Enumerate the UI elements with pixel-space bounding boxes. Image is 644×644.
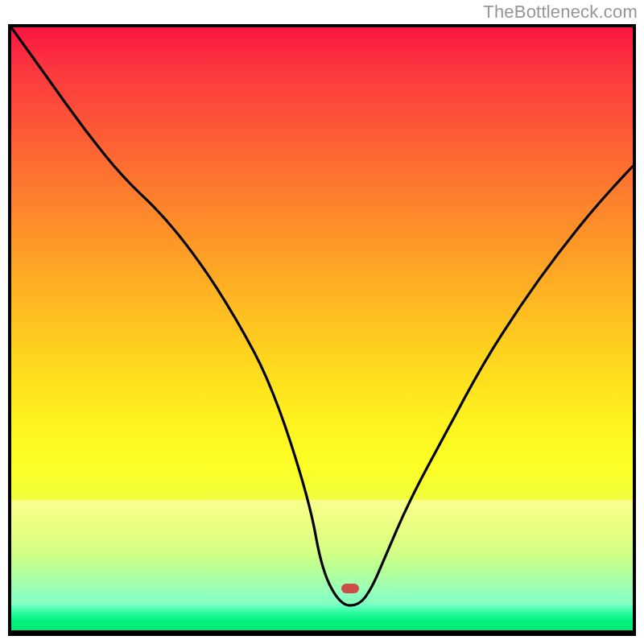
attribution-label: TheBottleneck.com: [483, 2, 638, 23]
optimal-marker: [341, 584, 359, 593]
x-axis-baseline: [11, 630, 633, 633]
bottleneck-curve-path: [11, 27, 633, 605]
chart-frame: TheBottleneck.com: [0, 0, 644, 644]
curve-svg: [11, 27, 633, 633]
plot-area: [8, 24, 636, 636]
